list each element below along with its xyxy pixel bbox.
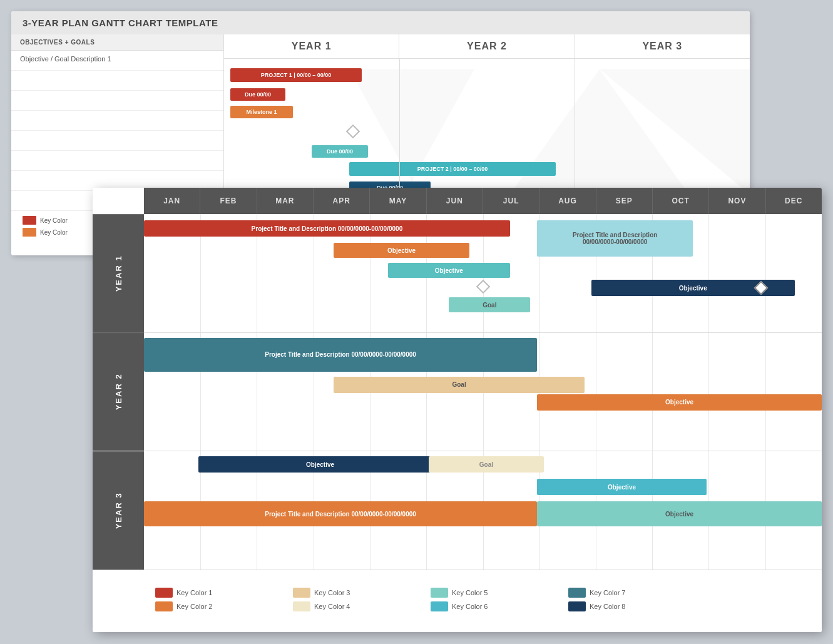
- legend-item-1: Key Color 1: [155, 588, 280, 598]
- y2-bar-obj: Objective: [537, 394, 822, 411]
- legend-swatch-8: [568, 601, 586, 611]
- legend-swatch-7: [568, 588, 586, 598]
- month-sep: SEP: [596, 188, 653, 214]
- legend-label-8: Key Color 8: [590, 603, 625, 610]
- back-year-2: YEAR 2: [399, 34, 575, 58]
- legend-item-7: Key Color 7: [568, 588, 693, 598]
- month-feb: FEB: [200, 188, 257, 214]
- legend-label-4: Key Color 4: [314, 603, 350, 610]
- month-dec: DEC: [766, 188, 822, 214]
- months-header: JAN FEB MAR APR MAY JUN JUL AUG SEP OCT …: [144, 188, 822, 214]
- back-legend-label-2: Key Color: [40, 229, 68, 236]
- back-bar-milestone: Milestone 1: [230, 106, 293, 118]
- back-bar-due2: Due 00/00: [312, 145, 368, 158]
- month-apr: APR: [314, 188, 370, 214]
- year-label-3: YEAR 3: [93, 451, 144, 570]
- back-objectives-header: OBJECTIVES + GOALS: [11, 34, 223, 51]
- back-years-header: YEAR 1 YEAR 2 YEAR 3: [224, 34, 750, 59]
- back-bar-p1: PROJECT 1 | 00/00 – 00/00: [230, 68, 362, 82]
- month-jun: JUN: [427, 188, 483, 214]
- back-legend: Key Color Key Color: [23, 216, 68, 237]
- month-oct: OCT: [653, 188, 709, 214]
- y2ml8: [596, 333, 596, 451]
- back-legend-label-1: Key Color: [40, 217, 68, 224]
- y1-bar-goal: Goal: [449, 297, 530, 312]
- legend-item-8: Key Color 8: [568, 601, 693, 611]
- year-label-2: YEAR 2: [93, 332, 144, 451]
- y1-bar-project1: Project Title and Description 00/00/0000…: [144, 220, 510, 237]
- y1-bar-obj1: Objective: [334, 243, 469, 258]
- y3-bar-obj1: Objective: [198, 456, 442, 473]
- legend-label-7: Key Color 7: [590, 589, 625, 596]
- y3-bar-project: Project Title and Description 00/00/0000…: [144, 501, 537, 526]
- y2-bar-goal: Goal: [334, 377, 585, 393]
- legend-label-6: Key Color 6: [452, 603, 488, 610]
- legend-swatch-1: [155, 588, 173, 598]
- y3-bar-obj2: Objective: [537, 479, 707, 495]
- front-legend: Key Color 1 Key Color 3 Key Color 5 Key …: [93, 570, 822, 632]
- legend-row-2: Key Color 2 Key Color 4 Key Color 6 Key …: [155, 601, 809, 611]
- year-labels: YEAR 1 YEAR 2 YEAR 3: [93, 214, 144, 570]
- y2-bar-project: Project Title and Description 00/00/0000…: [144, 338, 537, 372]
- back-bar-p2: PROJECT 2 | 00/00 – 00/00: [349, 162, 556, 176]
- gantt-body: YEAR 1 YEAR 2 YEAR 3: [93, 214, 822, 570]
- front-card: JAN FEB MAR APR MAY JUN JUL AUG SEP OCT …: [93, 188, 822, 632]
- month-nov: NOV: [709, 188, 765, 214]
- y2ml11: [765, 333, 766, 451]
- back-swatch-2: [23, 228, 36, 237]
- y3-bar-obj3: Objective: [537, 501, 822, 526]
- ml10: [708, 214, 709, 332]
- y1-bar-project2: Project Title and Description00/00/0000-…: [537, 220, 693, 257]
- year1-section: Project Title and Description 00/00/0000…: [144, 214, 822, 333]
- gantt-chart: Project Title and Description 00/00/0000…: [144, 214, 822, 570]
- y1-diamond: [476, 280, 490, 294]
- back-obj-row-5: [11, 131, 223, 151]
- y2ml10: [708, 333, 709, 451]
- back-obj-row-2: [11, 71, 223, 91]
- year2-section: Project Title and Description 00/00/0000…: [144, 333, 822, 452]
- month-jan: JAN: [144, 188, 200, 214]
- y3-bar-goal: Goal: [429, 456, 544, 473]
- month-aug: AUG: [539, 188, 596, 214]
- legend-swatch-4: [293, 601, 310, 611]
- year-label-1: YEAR 1: [93, 214, 144, 332]
- back-year-3: YEAR 3: [575, 34, 750, 58]
- legend-swatch-5: [431, 588, 448, 598]
- back-obj-row-4: [11, 111, 223, 131]
- legend-label-3: Key Color 3: [314, 589, 350, 596]
- back-legend-item-2: Key Color: [23, 228, 68, 237]
- legend-swatch-3: [293, 588, 310, 598]
- year3-section: Objective Goal Objective Project Title a…: [144, 451, 822, 570]
- legend-item-2: Key Color 2: [155, 601, 280, 611]
- back-obj-row-6: [11, 151, 223, 171]
- legend-item-3: Key Color 3: [293, 588, 418, 598]
- month-mar: MAR: [257, 188, 314, 214]
- y1-bar-obj2: Objective: [388, 263, 510, 278]
- back-swatch-1: [23, 216, 36, 225]
- y2ml9: [652, 333, 653, 451]
- legend-swatch-6: [431, 601, 448, 611]
- back-bar-due1: Due 00/00: [230, 88, 285, 101]
- legend-item-4: Key Color 4: [293, 601, 418, 611]
- legend-label-5: Key Color 5: [452, 589, 488, 596]
- month-may: MAY: [370, 188, 426, 214]
- back-card-title: 3-YEAR PLAN GANTT CHART TEMPLATE: [11, 11, 750, 34]
- legend-item-5: Key Color 5: [431, 588, 556, 598]
- legend-item-6: Key Color 6: [431, 601, 556, 611]
- ml11: [765, 214, 766, 332]
- legend-swatch-2: [155, 601, 173, 611]
- back-legend-item-1: Key Color: [23, 216, 68, 225]
- back-obj-row-3: [11, 91, 223, 111]
- legend-label-1: Key Color 1: [176, 589, 212, 596]
- month-jul: JUL: [483, 188, 539, 214]
- legend-label-2: Key Color 2: [176, 603, 212, 610]
- legend-row-1: Key Color 1 Key Color 3 Key Color 5 Key …: [155, 588, 809, 598]
- back-year-1: YEAR 1: [224, 34, 399, 58]
- back-obj-row-1: Objective / Goal Description 1: [11, 51, 223, 71]
